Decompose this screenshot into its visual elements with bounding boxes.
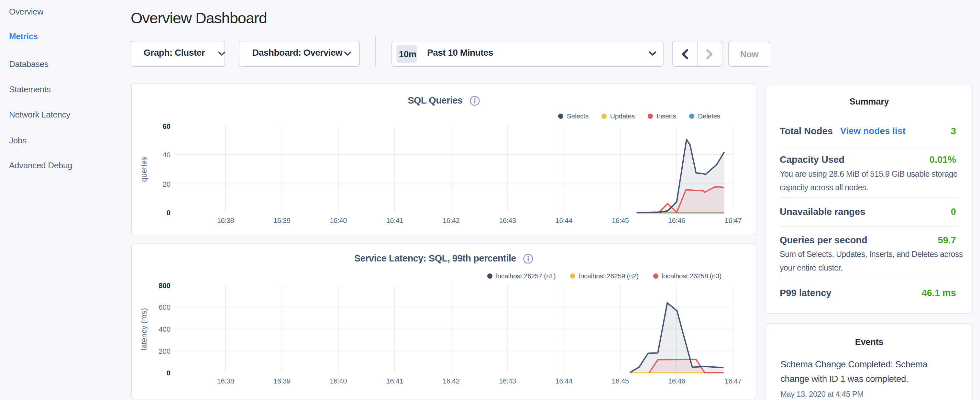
svg-text:800: 800 [159, 282, 170, 290]
svg-text:16:42: 16:42 [442, 217, 460, 225]
svg-text:200: 200 [159, 347, 170, 355]
svg-text:60: 60 [163, 122, 170, 131]
svg-text:40: 40 [163, 151, 170, 159]
svg-text:16:46: 16:46 [668, 377, 685, 385]
svg-text:queries: queries [140, 157, 148, 182]
svg-text:16:45: 16:45 [612, 377, 629, 385]
svg-text:600: 600 [159, 303, 170, 311]
svg-text:16:45: 16:45 [612, 217, 629, 225]
svg-text:0: 0 [167, 209, 170, 217]
svg-text:16:43: 16:43 [499, 377, 516, 385]
svg-text:16:40: 16:40 [330, 217, 347, 225]
svg-text:16:38: 16:38 [217, 377, 234, 385]
svg-text:16:38: 16:38 [217, 217, 234, 225]
svg-text:400: 400 [159, 325, 170, 333]
svg-text:16:47: 16:47 [724, 217, 741, 225]
svg-text:0: 0 [167, 369, 170, 377]
svg-text:16:44: 16:44 [555, 377, 573, 385]
svg-text:latency (ms): latency (ms) [140, 308, 148, 351]
svg-text:16:40: 16:40 [330, 377, 347, 385]
svg-text:16:41: 16:41 [386, 217, 404, 225]
svg-text:16:47: 16:47 [724, 377, 741, 385]
svg-text:16:46: 16:46 [668, 217, 685, 225]
svg-text:16:43: 16:43 [499, 217, 516, 225]
svg-text:16:39: 16:39 [274, 377, 291, 385]
svg-text:16:41: 16:41 [386, 377, 404, 385]
svg-text:20: 20 [163, 180, 170, 188]
svg-text:16:39: 16:39 [274, 217, 291, 225]
svg-text:16:42: 16:42 [442, 377, 460, 385]
svg-text:16:44: 16:44 [555, 217, 573, 225]
